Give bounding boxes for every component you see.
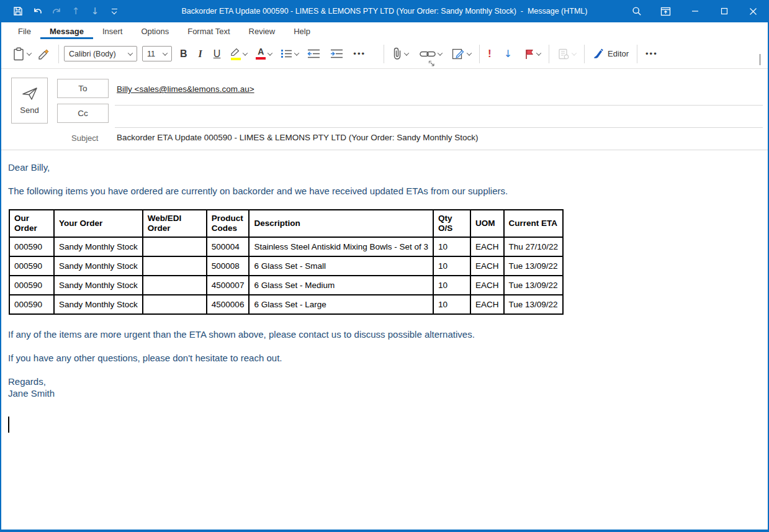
outro-text-2[interactable]: If you have any other questions, please …: [8, 352, 762, 364]
tab-review[interactable]: Review: [240, 22, 285, 39]
table-cell[interactable]: Sandy Monthly Stock: [54, 256, 143, 276]
assign-policy-button: [554, 45, 579, 63]
ribbon-display-options-button[interactable]: [651, 0, 680, 22]
table-cell[interactable]: 000590: [9, 295, 54, 314]
signature-text[interactable]: Jane Smith: [8, 387, 762, 399]
to-button[interactable]: To: [57, 79, 109, 98]
editor-button[interactable]: Editor: [590, 46, 632, 62]
tab-format-text[interactable]: Format Text: [178, 22, 239, 39]
customize-quick-access-button[interactable]: [107, 4, 121, 18]
table-cell[interactable]: Sandy Monthly Stock: [54, 295, 143, 314]
table-header-cell[interactable]: Web/EDI Order: [143, 210, 207, 237]
cc-button[interactable]: Cc: [57, 104, 109, 123]
table-cell[interactable]: 6 Glass Set - Medium: [249, 276, 433, 295]
message-body-editor[interactable]: Dear Billy, The following items you have…: [1, 150, 768, 530]
tab-message[interactable]: Message: [40, 22, 93, 39]
dialog-launcher-button[interactable]: [428, 60, 435, 67]
maximize-button[interactable]: [709, 0, 739, 22]
decrease-indent-button[interactable]: [304, 46, 323, 61]
attach-file-button[interactable]: [389, 45, 411, 63]
table-cell[interactable]: [143, 256, 207, 276]
font-color-button[interactable]: A: [253, 45, 275, 62]
table-header-cell[interactable]: Your Order: [54, 210, 143, 237]
table-header-cell[interactable]: Qty O/S: [433, 210, 470, 237]
table-cell[interactable]: EACH: [470, 295, 504, 314]
table-cell[interactable]: Thu 27/10/22: [504, 237, 564, 256]
to-button-label: To: [78, 84, 87, 93]
signature-button[interactable]: [449, 45, 474, 63]
low-importance-button[interactable]: ↓: [501, 47, 515, 61]
table-cell[interactable]: EACH: [470, 237, 504, 256]
table-cell[interactable]: 10: [433, 237, 470, 256]
font-size-combo[interactable]: 11: [142, 46, 172, 61]
minimize-button[interactable]: [680, 0, 709, 22]
to-field[interactable]: [115, 105, 763, 106]
redo-button[interactable]: [50, 4, 63, 18]
font-name-combo[interactable]: Calibri (Body): [64, 46, 137, 61]
table-cell[interactable]: 10: [433, 295, 470, 314]
table-cell[interactable]: 000590: [9, 237, 54, 256]
table-cell[interactable]: [143, 237, 207, 256]
undo-button[interactable]: [30, 4, 44, 18]
greeting-text[interactable]: Dear Billy,: [8, 161, 762, 173]
save-button[interactable]: [11, 4, 25, 18]
high-importance-icon: !: [488, 48, 492, 59]
table-cell[interactable]: 500008: [207, 256, 250, 276]
table-cell[interactable]: [143, 295, 207, 314]
table-header-cell[interactable]: Description: [249, 210, 433, 237]
high-importance-button[interactable]: !: [485, 46, 495, 61]
underline-button[interactable]: U: [210, 47, 224, 61]
table-cell[interactable]: 4500007: [207, 276, 250, 295]
subject-field[interactable]: Backorder ETA Update 000590 - LIMES & LE…: [117, 133, 479, 142]
more-commands-button[interactable]: •••: [642, 47, 661, 60]
table-cell[interactable]: Tue 13/09/22: [504, 256, 564, 276]
tab-help[interactable]: Help: [284, 22, 320, 39]
bullets-button[interactable]: [277, 46, 302, 61]
table-header-cell[interactable]: Our Order: [9, 210, 54, 237]
table-cell[interactable]: EACH: [470, 276, 504, 295]
table-cell[interactable]: 10: [433, 256, 470, 276]
table-cell[interactable]: 000590: [9, 276, 54, 295]
table-cell[interactable]: Sandy Monthly Stock: [54, 276, 143, 295]
text-highlight-color-button[interactable]: [227, 45, 250, 63]
collapse-ribbon-button[interactable]: [760, 54, 760, 65]
increase-indent-button[interactable]: [327, 46, 346, 61]
tab-file[interactable]: File: [9, 22, 40, 39]
tab-insert[interactable]: Insert: [93, 22, 132, 39]
format-painter-button[interactable]: [34, 45, 53, 63]
bullets-icon: [281, 48, 292, 59]
follow-up-flag-button[interactable]: [521, 46, 544, 62]
bold-button[interactable]: B: [177, 47, 191, 61]
intro-text[interactable]: The following items you have ordered are…: [8, 185, 762, 197]
close-button[interactable]: [739, 0, 768, 22]
to-recipient-link[interactable]: Billy <sales@limes&lemons.com.au>: [117, 84, 254, 94]
table-cell[interactable]: [143, 276, 207, 295]
table-cell[interactable]: Tue 13/09/22: [504, 295, 564, 314]
table-cell[interactable]: 4500006: [207, 295, 250, 314]
outro-text-1[interactable]: If any of the items are more urgent than…: [8, 328, 762, 340]
table-cell[interactable]: Tue 13/09/22: [504, 276, 564, 295]
table-header-cell[interactable]: Current ETA: [504, 210, 564, 237]
table-cell[interactable]: Stainless Steel Antiskid Mixing Bowls - …: [249, 237, 433, 256]
cc-field[interactable]: [115, 127, 763, 128]
tab-options[interactable]: Options: [132, 22, 178, 39]
more-formatting-button[interactable]: •••: [350, 47, 369, 60]
paste-button[interactable]: [10, 45, 34, 63]
table-header-cell[interactable]: UOM: [470, 210, 504, 237]
italic-button[interactable]: I: [196, 47, 205, 61]
table-cell[interactable]: EACH: [470, 256, 504, 276]
send-button[interactable]: Send: [11, 78, 48, 124]
insert-link-button[interactable]: [416, 47, 445, 61]
table-cell[interactable]: 6 Glass Set - Small: [249, 256, 433, 276]
table-cell[interactable]: Sandy Monthly Stock: [54, 237, 143, 256]
table-cell[interactable]: 10: [433, 276, 470, 295]
table-cell[interactable]: 000590: [9, 256, 54, 276]
table-header-cell[interactable]: Product Codes: [207, 210, 250, 237]
search-button[interactable]: [622, 0, 651, 22]
backorder-table[interactable]: Our Order Your Order Web/EDI Order Produ…: [9, 209, 564, 315]
next-item-button[interactable]: ↓: [88, 4, 102, 18]
previous-item-button[interactable]: ↑: [69, 4, 83, 18]
table-cell[interactable]: 6 Glass Set - Large: [249, 295, 433, 314]
table-cell[interactable]: 500004: [207, 237, 250, 256]
regards-text[interactable]: Regards,: [8, 376, 762, 387]
